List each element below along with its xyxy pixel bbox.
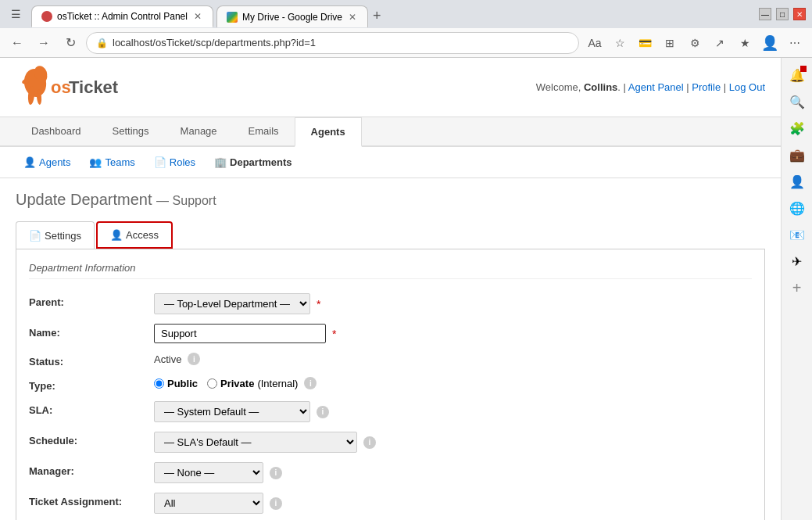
section-title: Department Information <box>29 262 752 279</box>
logo-area: os Ticket <box>16 66 125 109</box>
tabs-bar: osTicket :: Admin Control Panel ✕ My Dri… <box>31 1 753 27</box>
settings-tab-icon: 📄 <box>29 230 41 242</box>
type-private-label[interactable]: Private (Internal) <box>207 378 298 389</box>
profile-button[interactable]: 👤 <box>759 32 781 54</box>
tab-close-gdrive[interactable]: ✕ <box>347 12 358 23</box>
nav-emails[interactable]: Emails <box>233 117 295 147</box>
sub-nav-agents[interactable]: 👤 Agents <box>16 153 78 171</box>
type-public-text: Public <box>167 378 198 389</box>
departments-label: Departments <box>230 156 292 168</box>
rs-outlook-icon[interactable]: 📧 <box>786 224 808 246</box>
more-button[interactable]: ⋯ <box>784 32 806 54</box>
tab-access[interactable]: 👤 Access <box>96 221 173 249</box>
ticket-assignment-info-icon[interactable]: i <box>270 497 282 510</box>
rs-search-icon[interactable]: 🔍 <box>786 91 808 113</box>
rs-edge-icon[interactable]: 🌐 <box>786 197 808 219</box>
nav-manage[interactable]: Manage <box>165 117 233 147</box>
browser-wallet-button[interactable]: 💳 <box>634 32 656 54</box>
nav-dashboard[interactable]: Dashboard <box>16 117 97 147</box>
manager-info-icon[interactable]: i <box>270 467 282 479</box>
minimize-button[interactable]: — <box>759 8 771 20</box>
field-row-name: Name: * <box>29 319 752 348</box>
tab-gdrive[interactable]: My Drive - Google Drive ✕ <box>216 5 368 27</box>
field-row-manager: Manager: — None — i <box>29 457 752 488</box>
settings-button[interactable]: ⚙ <box>684 32 706 54</box>
manager-select[interactable]: — None — <box>154 462 263 483</box>
schedule-control: — SLA's Default — i <box>154 432 752 453</box>
field-row-schedule: Schedule: — SLA's Default — i <box>29 427 752 457</box>
access-tab-icon: 👤 <box>110 229 123 241</box>
tab-settings[interactable]: 📄 Settings <box>16 221 95 249</box>
back-button[interactable]: ← <box>6 32 28 54</box>
maximize-button[interactable]: □ <box>776 8 789 20</box>
parent-control: — Top-Level Department — * <box>154 293 752 314</box>
tab-close-osticket[interactable]: ✕ <box>192 11 203 22</box>
right-sidebar: 🔔 🔍 🧩 💼 👤 🌐 📧 ✈ + <box>781 58 812 520</box>
status-info-icon[interactable]: i <box>188 353 200 365</box>
type-info-icon[interactable]: i <box>304 377 317 389</box>
main-area: os Ticket Welcome, Collins. | Agent Pane… <box>0 58 781 520</box>
rs-plus-icon[interactable]: + <box>786 277 808 299</box>
osticket-logo: os Ticket <box>16 66 125 109</box>
ticket-assignment-label: Ticket Assignment: <box>29 493 154 507</box>
close-button[interactable]: ✕ <box>793 8 806 20</box>
profile-link[interactable]: Profile <box>692 81 721 93</box>
type-public-radio[interactable] <box>154 378 164 389</box>
type-private-text: Private <box>220 378 254 389</box>
type-label: Type: <box>29 377 154 392</box>
parent-select[interactable]: — Top-Level Department — <box>154 293 310 314</box>
nav-bar: ← → ↻ 🔒 localhost/osTicket/scp/departmen… <box>0 28 812 58</box>
schedule-info-icon[interactable]: i <box>363 436 376 449</box>
name-required: * <box>332 328 336 340</box>
roles-label: Roles <box>170 156 195 168</box>
agents-label: Agents <box>39 156 70 168</box>
browser-chrome: ☰ osTicket :: Admin Control Panel ✕ My D… <box>0 0 812 58</box>
type-control: Public Private (Internal) i <box>154 377 752 389</box>
address-bar[interactable]: 🔒 localhost/osTicket/scp/departments.php… <box>86 32 579 54</box>
nav-agents[interactable]: Agents <box>295 117 362 147</box>
notification-badge <box>800 66 807 72</box>
name-input[interactable] <box>154 324 326 343</box>
agent-panel-link[interactable]: Agent Panel <box>628 81 684 93</box>
address-text: localhost/osTicket/scp/departments.php?i… <box>113 37 569 48</box>
sub-nav-departments[interactable]: 🏢 Departments <box>206 153 299 171</box>
favorites2-button[interactable]: ★ <box>734 32 756 54</box>
split-view-button[interactable]: ⊞ <box>659 32 681 54</box>
tab-favicon-gdrive <box>227 12 238 23</box>
rs-person-icon[interactable]: 👤 <box>786 170 808 192</box>
ticket-assignment-control: All i <box>154 493 752 514</box>
sub-nav-teams[interactable]: 👥 Teams <box>81 153 142 171</box>
favorites-button[interactable]: ☆ <box>609 32 631 54</box>
sidebar-toggle-button[interactable]: ☰ <box>6 5 25 23</box>
tab-label-gdrive: My Drive - Google Drive <box>242 12 342 23</box>
rs-bell-icon[interactable]: 🔔 <box>786 64 808 86</box>
new-tab-button[interactable]: + <box>370 5 385 27</box>
page-title-main: Update Department <box>16 191 152 208</box>
schedule-select[interactable]: — SLA's Default — <box>154 432 357 453</box>
schedule-label: Schedule: <box>29 432 154 446</box>
type-private-radio[interactable] <box>207 378 217 389</box>
teams-icon: 👥 <box>89 156 102 168</box>
status-control: Active i <box>154 353 752 365</box>
roles-icon: 📄 <box>154 156 166 168</box>
type-radio-group: Public Private (Internal) <box>154 378 298 389</box>
tab-osticket[interactable]: osTicket :: Admin Control Panel ✕ <box>31 5 213 27</box>
refresh-button[interactable]: ↻ <box>59 32 81 54</box>
type-public-label[interactable]: Public <box>154 378 198 389</box>
nav-settings[interactable]: Settings <box>97 117 165 147</box>
type-private-suffix: (Internal) <box>257 378 298 389</box>
rs-puzzle-icon[interactable]: 🧩 <box>786 117 808 139</box>
sla-select[interactable]: — System Default — <box>154 401 310 422</box>
parent-required: * <box>317 298 320 310</box>
rs-send-icon[interactable]: ✈ <box>786 250 808 272</box>
share-button[interactable]: ↗ <box>709 32 731 54</box>
sla-info-icon[interactable]: i <box>317 406 329 418</box>
ticket-assignment-select[interactable]: All <box>154 493 263 514</box>
sub-nav-roles[interactable]: 📄 Roles <box>146 153 203 171</box>
forward-button[interactable]: → <box>33 32 55 54</box>
field-row-sla: SLA: — System Default — i <box>29 396 752 427</box>
rs-briefcase-icon[interactable]: 💼 <box>786 144 808 166</box>
logout-link[interactable]: Log Out <box>729 81 765 93</box>
form-tabs: 📄 Settings 👤 Access <box>16 221 765 249</box>
read-mode-button[interactable]: Aa <box>584 32 606 54</box>
